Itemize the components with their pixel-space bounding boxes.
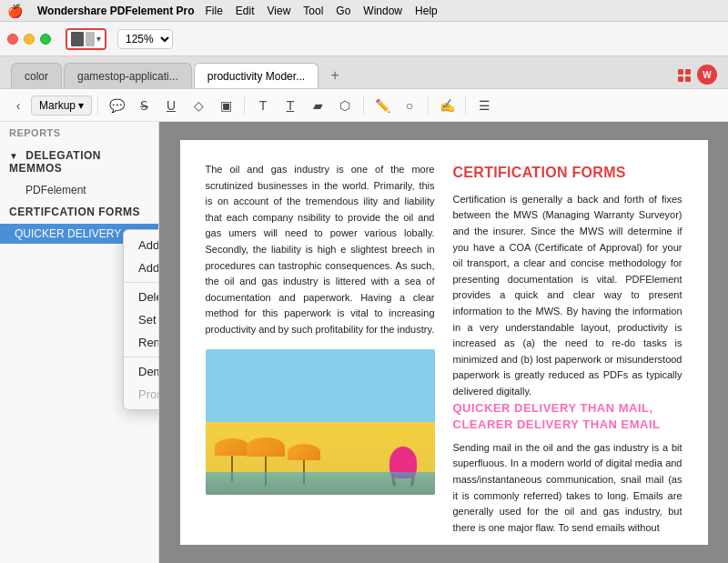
main-layout: REPORTS ▼ DELEGATION MEMMOS PDFelement C… [0,122,728,563]
textbox-tool[interactable]: T [278,93,303,118]
traffic-lights [7,34,51,45]
toolbar-separator-4 [428,96,429,115]
panel-right-icon [86,32,95,46]
menu-tool[interactable]: Tool [303,5,323,17]
pdf-beach-image [206,349,435,495]
zoom-select[interactable]: 125% 100% 150% 75% [117,29,173,49]
pdf-left-text: The oil and gas industry is one of the m… [206,162,435,338]
highlight-erase-tool[interactable]: ◇ [186,93,211,118]
panel-toggle-button[interactable]: ▾ [66,28,106,50]
tab-grid-icon[interactable] [673,65,695,86]
stamp-tool[interactable]: ⬡ [332,93,358,118]
toolbar-separator-5 [465,96,466,115]
shapes-tool[interactable]: ○ [397,93,422,118]
tabbar: color gamestop-applicati... productivity… [0,56,728,89]
pdf-area: The oil and gas industry is one of the m… [159,122,728,563]
markup-label: Markup [39,99,76,112]
menu-file[interactable]: File [206,5,223,17]
water [206,472,435,495]
ctx-set-destination[interactable]: Set Destination [124,308,159,331]
menu-go[interactable]: Go [336,5,350,17]
pdf-right-para1: Certification is generally a back and fo… [453,192,682,400]
markup-dropdown[interactable]: Markup ▾ [31,96,92,116]
maximize-button[interactable] [40,34,51,45]
expand-delegation-icon: ▼ [9,151,18,161]
panel-left-icon [71,32,84,46]
text-tool[interactable]: T [250,93,276,118]
pdf-right-subheading: QUICKER DELIVERY THAN MAIL, CLEARER DELI… [453,400,682,433]
ctx-delete-bookmark[interactable]: Delete Bookmark [124,286,159,308]
signature-tool[interactable]: ✍ [434,93,460,118]
sidebar-section-reports: REPORTS [0,122,158,144]
toolbar-separator-2 [244,96,245,115]
tab-productivity[interactable]: productivity Moder... [194,63,318,88]
pen-tool[interactable]: ✏️ [369,93,395,118]
comment-tool[interactable]: 💬 [104,93,129,118]
sidebar-item-pdfelement[interactable]: PDFelement [0,180,158,200]
apple-menu[interactable]: 🍎 [7,4,23,18]
menu-help[interactable]: Help [415,5,438,17]
app-name: Wondershare PDFelement Pro [37,5,195,17]
sidebar-section-delegation[interactable]: ▼ DELEGATION MEMMOS [0,144,158,180]
context-menu: Add Entry Add Child Delete Bookmark Set … [123,229,159,410]
minimize-button[interactable] [24,34,35,45]
close-button[interactable] [7,34,18,45]
pdf-right-para2: Sending mail in the oil and the gas indu… [453,440,682,537]
sidebar-section-certif-label: CERTIFCATION FORMS [9,206,140,218]
menu-items: File Edit View Tool Go Window Help [206,5,438,17]
ctx-separator-1 [124,282,159,283]
ctx-add-child[interactable]: Add Child [124,256,159,279]
sidebar: REPORTS ▼ DELEGATION MEMMOS PDFelement C… [0,122,159,563]
toolbar-separator-3 [363,96,364,115]
toolbar-separator [97,96,98,115]
sidebar-section-delegation-label: DELEGATION MEMMOS [9,149,101,175]
menu-window[interactable]: Window [363,5,402,17]
pdf-right-heading: CERTIFICATION FORMS [453,162,682,185]
markup-chevron-icon: ▾ [78,99,84,112]
main-toolbar: ▾ 125% 100% 150% 75% [0,22,728,56]
tab-gamestop[interactable]: gamestop-applicati... [64,63,192,88]
sidebar-section-reports-label: REPORTS [9,127,61,138]
redact-tool[interactable]: ▰ [305,93,330,118]
nav-back-button[interactable]: ‹ [7,95,29,116]
highlight-tool[interactable]: ▣ [213,93,238,118]
ctx-promote: Promote [124,383,159,406]
pdf-left-column: The oil and gas industry is one of the m… [206,162,435,536]
menu-view[interactable]: View [268,5,291,17]
ctx-demote[interactable]: Demote [124,360,159,383]
markup-toolbar: ‹ Markup ▾ 💬 S̶ U ◇ ▣ T T ▰ ⬡ ✏️ ○ ✍ ☰ [0,89,728,122]
user-avatar[interactable]: W [697,65,717,85]
sidebar-item-quicker-label: QUICKER DELIVERY [15,227,121,240]
pan-tool[interactable]: ☰ [471,93,497,118]
menu-edit[interactable]: Edit [236,5,255,17]
ctx-add-entry[interactable]: Add Entry [124,234,159,256]
ctx-rename-bookmark[interactable]: Rename Bookmark [124,331,159,354]
beach-scene [206,349,435,495]
strikethrough-tool[interactable]: S̶ [131,93,157,118]
pdf-right-column: CERTIFICATION FORMS Certification is gen… [453,162,682,536]
pdf-page: The oil and gas industry is one of the m… [180,140,708,545]
sidebar-section-certif[interactable]: CERTIFCATION FORMS [0,200,158,224]
tab-color[interactable]: color [11,63,62,88]
underline-tool[interactable]: U [158,93,184,118]
panel-chevron-icon: ▾ [96,34,101,44]
add-tab-button[interactable]: + [324,65,346,86]
ctx-separator-2 [124,357,159,357]
menubar: 🍎 Wondershare PDFelement Pro File Edit V… [0,0,728,22]
